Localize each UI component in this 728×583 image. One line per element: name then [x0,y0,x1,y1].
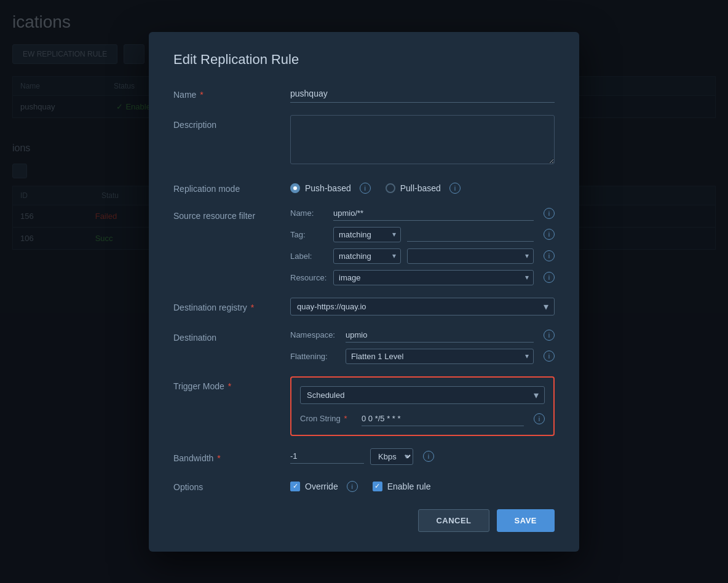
replication-mode-row: Replication mode Push-based i Pull-based… [173,179,555,194]
bandwidth-value-input[interactable] [290,449,364,464]
description-row: Description [173,115,555,167]
name-input[interactable] [290,85,555,103]
tag-matching-select[interactable]: matching not matching any [333,227,401,242]
dest-registry-select[interactable]: quay-https://quay.io [290,298,555,315]
dest-namespace-row: Namespace: i [290,328,555,343]
description-textarea[interactable] [290,115,555,164]
label-value-wrapper [407,248,534,264]
modal-overlay: Edit Replication Rule Name * Description… [0,0,728,583]
dest-grid: Namespace: i Flattening: Flatten 1 Level… [290,328,555,364]
push-radio-circle [290,183,300,193]
cron-label: Cron String * [300,414,355,423]
push-based-label: Push-based [305,183,351,193]
dest-registry-required: * [251,303,254,312]
edit-replication-rule-modal: Edit Replication Rule Name * Description… [149,32,579,552]
options-content: Override i Enable rule [290,477,555,492]
label-matching-select[interactable]: matching not matching any [333,248,401,264]
dest-registry-content: quay-https://quay.io [290,298,555,315]
pull-info-icon[interactable]: i [449,183,461,194]
cron-info-icon[interactable]: i [534,413,545,424]
cron-row: Cron String * i [300,411,545,426]
bandwidth-required: * [217,453,220,463]
name-label: Name * [173,85,278,100]
dest-flattening-info-icon[interactable]: i [544,351,555,362]
filter-label-info-icon[interactable]: i [544,250,555,261]
override-info-icon[interactable]: i [347,481,358,492]
filter-name-label: Name: [290,208,327,218]
enable-rule-option[interactable]: Enable rule [373,482,431,491]
push-based-radio[interactable]: Push-based i [290,183,371,194]
cron-required: * [344,414,347,423]
filter-tag-label: Tag: [290,230,327,239]
source-filter-content: Name: i Tag: matching not matching any [290,206,555,285]
tag-select-wrapper: matching not matching any [333,227,401,242]
label-select-wrapper: matching not matching any [333,248,401,264]
bandwidth-inputs: Kbps Mbps Gbps i [290,448,555,465]
cron-input[interactable] [362,411,524,426]
bandwidth-label: Bandwidth * [173,448,278,463]
trigger-section: Scheduled Event-based Manual Cron String… [290,376,555,436]
resource-select-wrapper: image artifact any [333,270,534,285]
name-required: * [200,90,203,100]
override-option[interactable]: Override i [290,481,358,492]
filter-name-input[interactable] [333,206,534,221]
override-label: Override [305,482,338,491]
dest-registry-row: Destination registry * quay-https://quay… [173,298,555,315]
bandwidth-unit-wrapper: Kbps Mbps Gbps [370,448,413,465]
label-value-select[interactable] [407,248,534,264]
filter-label-label: Label: [290,252,327,261]
destination-label: Destination [173,328,278,343]
dest-flattening-row: Flattening: Flatten 1 Level No Flattenin… [290,349,555,364]
flattening-select-wrapper: Flatten 1 Level No Flattening [346,349,534,364]
flattening-select[interactable]: Flatten 1 Level No Flattening [346,349,534,364]
options-checkboxes: Override i Enable rule [290,477,555,492]
name-row: Name * [173,85,555,103]
tag-value-input[interactable] [407,227,534,242]
filter-grid: Name: i Tag: matching not matching any [290,206,555,285]
source-filter-row: Source resource filter Name: i Tag: [173,206,555,285]
replication-mode-label: Replication mode [173,179,278,194]
pull-based-label: Pull-based [400,183,441,193]
filter-name-info-icon[interactable]: i [544,208,555,219]
modal-title: Edit Replication Rule [173,52,555,68]
override-checkbox[interactable] [290,482,300,491]
modal-footer: CANCEL SAVE [173,509,555,532]
bandwidth-row: Bandwidth * Kbps Mbps Gbps i [173,448,555,465]
save-button[interactable]: SAVE [497,509,555,532]
bandwidth-info-icon[interactable]: i [423,451,434,462]
name-content [290,85,555,103]
enable-rule-label: Enable rule [387,482,431,491]
filter-tag-row: Tag: matching not matching any i [290,227,555,242]
filter-resource-info-icon[interactable]: i [544,272,555,283]
push-info-icon[interactable]: i [360,183,371,194]
filter-resource-label: Resource: [290,273,327,282]
destination-row: Destination Namespace: i Flattening: [173,328,555,364]
bandwidth-unit-select[interactable]: Kbps Mbps Gbps [370,448,413,465]
trigger-select-wrapper: Scheduled Event-based Manual [300,386,545,404]
dest-namespace-info-icon[interactable]: i [544,330,555,341]
resource-select[interactable]: image artifact any [333,270,534,285]
pull-based-radio[interactable]: Pull-based i [386,183,461,194]
dest-namespace-input[interactable] [346,328,534,343]
bandwidth-content: Kbps Mbps Gbps i [290,448,555,465]
options-row: Options Override i Enable rule [173,477,555,492]
trigger-mode-select[interactable]: Scheduled Event-based Manual [300,386,545,404]
source-filter-label: Source resource filter [173,206,278,221]
trigger-select-row: Scheduled Event-based Manual [300,386,545,404]
pull-radio-circle [386,183,395,193]
options-label: Options [173,477,278,492]
trigger-mode-row: Trigger Mode * Scheduled Event-based Man… [173,376,555,436]
destination-content: Namespace: i Flattening: Flatten 1 Level… [290,328,555,364]
filter-resource-row: Resource: image artifact any i [290,270,555,285]
filter-name-row: Name: i [290,206,555,221]
dest-registry-wrapper: quay-https://quay.io [290,298,555,315]
dest-flattening-label: Flattening: [290,352,339,361]
cancel-button[interactable]: CANCEL [418,509,489,532]
trigger-mode-label: Trigger Mode * [173,376,278,391]
dest-registry-label: Destination registry * [173,298,278,312]
description-content [290,115,555,167]
filter-label-row: Label: matching not matching any [290,248,555,264]
enable-rule-checkbox[interactable] [373,482,382,491]
description-label: Description [173,115,278,130]
filter-tag-info-icon[interactable]: i [544,229,555,240]
